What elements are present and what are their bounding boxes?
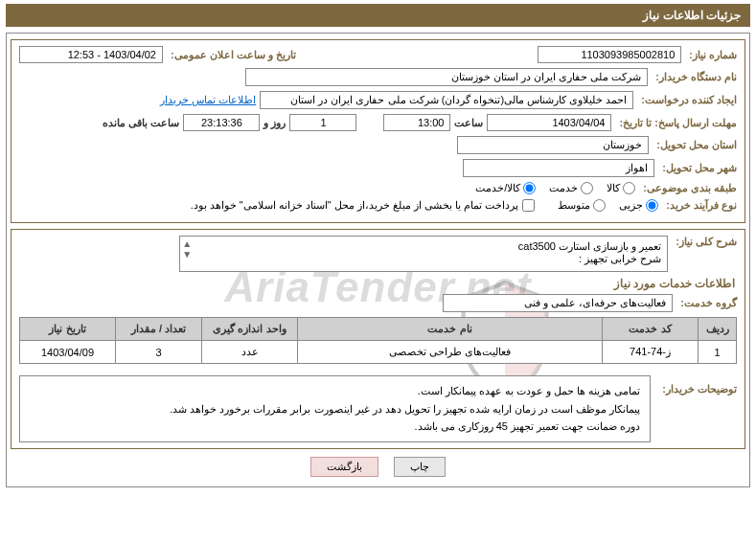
scroll-indicator-icon: ▲▼ — [182, 238, 192, 260]
radio-motavaset[interactable]: متوسط — [558, 199, 606, 212]
content-border: AriaTender.net شماره نیاز: 1103093985002… — [6, 33, 750, 487]
buyer-notes-box: تمامی هزینه ها حمل و عودت به عهده پیمانک… — [19, 375, 651, 442]
radio-jozei[interactable]: جزیی — [619, 199, 658, 212]
need-number-field: 1103093985002810 — [538, 46, 681, 63]
cell-code: ز-74-741 — [603, 341, 699, 364]
days-label: روز و — [263, 117, 286, 129]
info-panel-2: شرح کلی نیاز: ▲▼ تعمیر و بازسازی استارت … — [11, 229, 745, 449]
th-code: کد خدمت — [603, 318, 699, 341]
services-table: ردیف کد خدمت نام خدمت واحد اندازه گیری ت… — [19, 317, 737, 364]
notes-line1: تمامی هزینه ها حمل و عودت به عهده پیمانک… — [30, 382, 640, 400]
category-label: طبقه بندی موضوعی: — [639, 182, 737, 194]
deadline-date-field: 1403/04/04 — [487, 114, 611, 131]
purchase-type-label: نوع فرآیند خرید: — [662, 199, 737, 212]
th-name: نام خدمت — [298, 318, 603, 341]
treasury-checkbox-label: پرداخت تمام یا بخشی از مبلغ خرید،از محل … — [191, 199, 519, 212]
radio-khadamat[interactable]: خدمت — [549, 182, 593, 194]
general-line1: تعمیر و بازسازی استارت cat3500 — [186, 240, 661, 253]
province-label: استان محل تحویل: — [653, 139, 737, 151]
radio-kalakhadamat[interactable]: کالا/خدمت — [475, 182, 536, 194]
radio-kala[interactable]: کالا — [607, 182, 635, 194]
print-button[interactable]: چاپ — [394, 457, 446, 477]
panel-header: جزئیات اطلاعات نیاز — [6, 4, 750, 27]
page-container: جزئیات اطلاعات نیاز AriaTender.net شماره… — [0, 0, 756, 542]
panel-title: جزئیات اطلاعات نیاز — [643, 9, 741, 22]
announce-label: تاریخ و ساعت اعلان عمومی: — [167, 49, 296, 61]
requester-field: احمد خلیلاوی کارشناس مالی(تنخواه گردان) … — [260, 91, 633, 109]
cell-row: 1 — [699, 341, 737, 364]
announce-field: 1403/04/02 - 12:53 — [19, 46, 163, 63]
services-section-title: اطلاعات خدمات مورد نیاز — [21, 277, 735, 290]
cell-name: فعالیت‌های طراحی تخصصی — [298, 341, 603, 364]
days-field: 1 — [289, 114, 356, 131]
deadline-time-field: 13:00 — [383, 114, 450, 131]
buyer-field: شرکت ملی حفاری ایران در استان خوزستان — [245, 68, 648, 86]
th-unit: واحد اندازه گیری — [202, 318, 298, 341]
service-group-field: فعالیت‌های حرفه‌ای، علمی و فنی — [443, 294, 673, 312]
requester-label: ایجاد کننده درخواست: — [637, 94, 737, 106]
radio-kalakhadamat-input[interactable] — [523, 182, 536, 194]
th-date: تاریخ نیاز — [20, 318, 116, 341]
time-label: ساعت — [454, 117, 483, 129]
service-group-label: گروه خدمت: — [676, 297, 737, 309]
radio-motavaset-input[interactable] — [593, 199, 606, 212]
notes-line3: دوره ضمانت جهت تعمیر تجهیز 45 روزکاری می… — [30, 418, 640, 436]
city-field: اهواز — [463, 159, 654, 177]
cell-unit: عدد — [202, 341, 298, 364]
cell-date: 1403/04/09 — [20, 341, 116, 364]
buyer-contact-link[interactable]: اطلاعات تماس خریدار — [160, 94, 256, 106]
button-row: چاپ بازگشت — [11, 457, 745, 477]
radio-jozei-input[interactable] — [646, 199, 658, 212]
back-button[interactable]: بازگشت — [310, 457, 378, 477]
cell-qty: 3 — [116, 341, 202, 364]
general-label: شرح کلی نیاز: — [672, 236, 737, 248]
info-panel-1: شماره نیاز: 1103093985002810 تاریخ و ساع… — [11, 39, 745, 223]
city-label: شهر محل تحویل: — [658, 162, 737, 174]
general-line2: شرح خرابی تجهیز : — [186, 253, 661, 265]
need-number-label: شماره نیاز: — [685, 49, 737, 61]
category-radio-group: کالا خدمت کالا/خدمت — [475, 182, 635, 194]
remaining-label: ساعت باقی مانده — [103, 117, 179, 129]
province-field: خوزستان — [457, 136, 649, 154]
general-textarea[interactable]: ▲▼ تعمیر و بازسازی استارت cat3500 شرح خر… — [179, 236, 668, 272]
th-qty: تعداد / مقدار — [116, 318, 202, 341]
treasury-checkbox-row: پرداخت تمام یا بخشی از مبلغ خرید،از محل … — [191, 199, 536, 212]
purchase-type-radio-group: جزیی متوسط — [558, 199, 658, 212]
notes-line2: پیمانکار موظف است در زمان ارایه شده تجهی… — [30, 400, 640, 418]
buyer-label: نام دستگاه خریدار: — [652, 71, 737, 83]
table-header-row: ردیف کد خدمت نام خدمت واحد اندازه گیری ت… — [20, 318, 737, 341]
treasury-checkbox[interactable] — [522, 199, 535, 212]
deadline-label: مهلت ارسال پاسخ: تا تاریخ: — [615, 117, 737, 129]
table-row: 1 ز-74-741 فعالیت‌های طراحی تخصصی عدد 3 … — [20, 341, 737, 364]
remaining-time-field: 23:13:36 — [183, 114, 260, 131]
radio-kala-input[interactable] — [623, 182, 635, 194]
buyer-notes-label: توضیحات خریدار: — [658, 370, 737, 395]
buyer-notes-wrap: توضیحات خریدار: تمامی هزینه ها حمل و عود… — [19, 370, 737, 442]
radio-khadamat-input[interactable] — [581, 182, 593, 194]
th-row: ردیف — [699, 318, 737, 341]
